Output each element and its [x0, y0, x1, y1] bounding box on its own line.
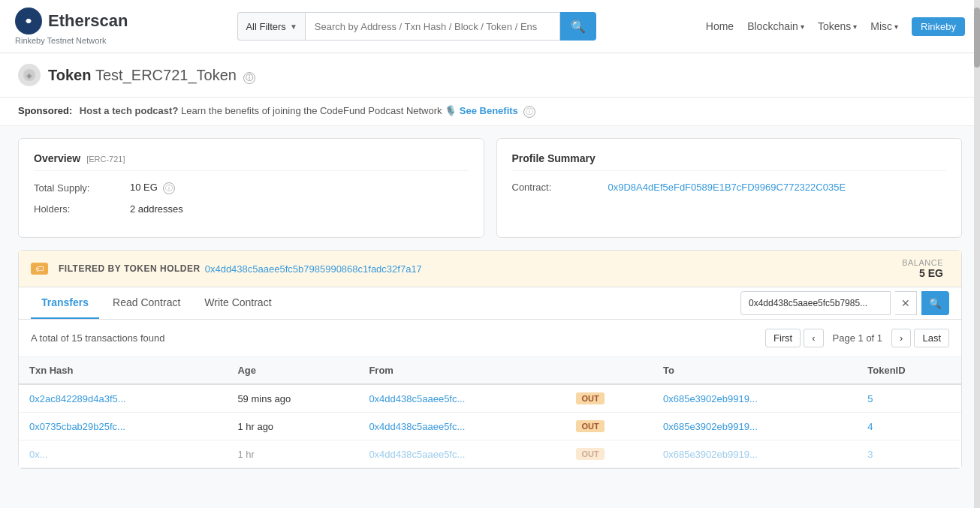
txn-hash-link[interactable]: 0x2ac842289d4a3f5... — [29, 393, 126, 404]
contract-address-link[interactable]: 0x9D8A4dEf5eFdF0589E1B7cFD9969C772322C03… — [608, 182, 846, 193]
tab-search-area: ✕ 🔍 — [740, 291, 949, 315]
col-direction — [565, 357, 653, 384]
overview-card: Overview [ERC-721] Total Supply: 10 EG ⓘ… — [18, 138, 484, 238]
logo-icon — [15, 8, 42, 35]
search-input[interactable] — [305, 12, 560, 41]
age-cell: 59 mins ago — [227, 384, 358, 413]
filter-label: All Filters — [246, 21, 285, 32]
logo-area: Etherscan Rinkeby Testnet Network — [15, 8, 128, 45]
col-age: Age — [227, 357, 358, 384]
nav-tokens[interactable]: Tokens ▾ — [818, 20, 857, 32]
info-icon[interactable]: ⓘ — [523, 106, 535, 118]
nav-blockchain[interactable]: Blockchain ▾ — [747, 20, 804, 32]
col-txn-hash: Txn Hash — [19, 357, 227, 384]
network-badge[interactable]: Rinkeby — [912, 17, 965, 36]
table-area: Txn Hash Age From To TokenID 0x2ac842289… — [19, 357, 961, 468]
total-supply-row: Total Supply: 10 EG ⓘ — [34, 182, 469, 194]
tab-read-contract[interactable]: Read Contract — [102, 287, 191, 319]
search-area: All Filters ▼ 🔍 — [237, 12, 596, 41]
transactions-table: Txn Hash Age From To TokenID 0x2ac842289… — [19, 357, 961, 468]
chevron-down-icon: ▾ — [894, 23, 898, 31]
tab-search-button[interactable]: 🔍 — [921, 291, 949, 315]
filter-label: FILTERED BY TOKEN HOLDER — [59, 263, 201, 274]
age-cell: 1 hr ago — [227, 413, 358, 440]
sponsored-banner: Sponsored: Host a tech podcast? Learn th… — [0, 98, 980, 126]
age-cell: 1 hr — [227, 440, 358, 468]
table-row: 0x2ac842289d4a3f5... 59 mins ago 0x4dd43… — [19, 384, 961, 413]
filter-badge: 🏷 — [31, 263, 48, 275]
table-header-row: Txn Hash Age From To TokenID — [19, 357, 961, 384]
page-info: Page 1 of 1 — [827, 332, 889, 344]
svg-text:◈: ◈ — [26, 71, 32, 80]
info-icon[interactable]: ⓘ — [163, 182, 175, 194]
nav-misc[interactable]: Misc ▾ — [870, 20, 898, 32]
overview-title: Overview [ERC-721] — [34, 152, 469, 171]
token-id-link[interactable]: 3 — [867, 449, 873, 460]
erc-badge: [ERC-721] — [86, 155, 125, 164]
tab-write-contract[interactable]: Write Contract — [194, 287, 282, 319]
col-to: To — [653, 357, 857, 384]
holders-row: Holders: 2 addresses — [34, 203, 469, 215]
next-page-button[interactable]: › — [891, 329, 911, 347]
direction-badge: OUT — [576, 392, 604, 404]
profile-card: Profile Summary Contract: 0x9D8A4dEf5eFd… — [496, 138, 963, 238]
last-page-button[interactable]: Last — [914, 329, 949, 347]
table-info-bar: A total of 15 transactions found First ‹… — [19, 320, 961, 357]
transaction-count-text: A total of 15 transactions found — [31, 332, 165, 344]
svg-point-1 — [26, 19, 31, 23]
page-header: ◈ Token Test_ERC721_Token ⓘ — [0, 53, 980, 98]
col-from: From — [358, 357, 565, 384]
pagination: First ‹ Page 1 of 1 › Last — [765, 329, 949, 347]
to-address-link[interactable]: 0x685e3902eb9919... — [663, 449, 758, 460]
info-icon[interactable]: ⓘ — [243, 72, 255, 84]
to-address-link[interactable]: 0x685e3902eb9919... — [663, 421, 758, 432]
nav-home[interactable]: Home — [706, 20, 734, 32]
col-token-id: TokenID — [857, 357, 961, 384]
balance-area: BALANCE 5 EG — [902, 258, 949, 279]
first-page-button[interactable]: First — [765, 329, 801, 347]
from-address-link[interactable]: 0x4dd438c5aaee5fc... — [369, 421, 465, 432]
chevron-down-icon: ▾ — [853, 23, 857, 31]
tab-transfers[interactable]: Transfers — [31, 287, 99, 319]
token-id-link[interactable]: 5 — [867, 393, 873, 404]
page-title: Token Test_ERC721_Token ⓘ — [48, 67, 255, 84]
logo[interactable]: Etherscan — [15, 8, 128, 35]
token-name: Test_ERC721_Token — [95, 67, 237, 83]
txn-hash-link[interactable]: 0x0735cbab29b25fc... — [29, 421, 125, 432]
txn-hash-link[interactable]: 0x... — [29, 449, 48, 460]
scrollbar[interactable] — [974, 0, 980, 481]
header: Etherscan Rinkeby Testnet Network All Fi… — [0, 0, 980, 53]
prev-page-button[interactable]: ‹ — [804, 329, 823, 347]
main-content: Overview [ERC-721] Total Supply: 10 EG ⓘ… — [0, 126, 980, 481]
tab-search-input[interactable] — [740, 291, 891, 315]
table-row: 0x0735cbab29b25fc... 1 hr ago 0x4dd438c5… — [19, 413, 961, 440]
search-button[interactable]: 🔍 — [560, 12, 596, 41]
filter-header: 🏷 FILTERED BY TOKEN HOLDER 0x4dd438c5aae… — [19, 251, 961, 287]
tabs-bar: Transfers Read Contract Write Contract ✕… — [19, 287, 961, 320]
scrollbar-thumb[interactable] — [974, 8, 980, 68]
token-icon: ◈ — [18, 64, 41, 86]
direction-badge: OUT — [576, 420, 604, 432]
direction-badge: OUT — [576, 448, 604, 460]
table-row: 0x... 1 hr 0x4dd438c5aaee5fc... OUT 0x68… — [19, 440, 961, 468]
filter-dropdown[interactable]: All Filters ▼ — [237, 12, 304, 41]
network-label: Rinkeby Testnet Network — [15, 36, 128, 45]
chevron-down-icon: ▾ — [801, 23, 804, 31]
filter-section: 🏷 FILTERED BY TOKEN HOLDER 0x4dd438c5aae… — [18, 250, 962, 469]
profile-title: Profile Summary — [512, 152, 947, 171]
filter-address-link[interactable]: 0x4dd438c5aaee5fc5b7985990868c1fadc32f7a… — [205, 263, 422, 275]
sponsored-link[interactable]: See Benefits — [460, 105, 518, 116]
cards-row: Overview [ERC-721] Total Supply: 10 EG ⓘ… — [18, 138, 962, 238]
chevron-down-icon: ▼ — [290, 23, 297, 31]
token-id-link[interactable]: 4 — [867, 421, 873, 432]
logo-text: Etherscan — [48, 11, 128, 31]
to-address-link[interactable]: 0x685e3902eb9919... — [663, 393, 758, 404]
from-address-link[interactable]: 0x4dd438c5aaee5fc... — [369, 393, 465, 404]
from-address-link[interactable]: 0x4dd438c5aaee5fc... — [369, 449, 465, 460]
nav-area: Home Blockchain ▾ Tokens ▾ Misc ▾ Rinkeb… — [706, 17, 965, 36]
tab-search-clear-button[interactable]: ✕ — [895, 291, 917, 315]
contract-row: Contract: 0x9D8A4dEf5eFdF0589E1B7cFD9969… — [512, 182, 947, 193]
